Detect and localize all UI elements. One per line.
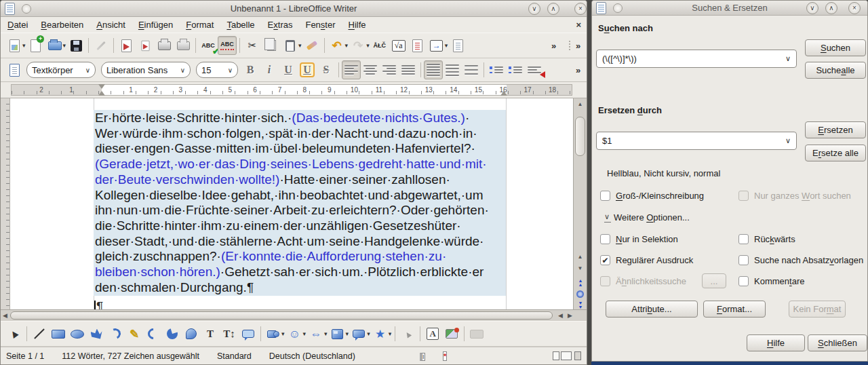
dialog-shade-button[interactable]: ∨ xyxy=(806,2,818,14)
text-box-icon[interactable]: T xyxy=(201,324,220,343)
replace-button[interactable]: Ersetzen xyxy=(805,121,866,138)
symbol-shapes-icon[interactable]: ☺ xyxy=(285,324,304,343)
page-number-status[interactable]: Seite 1 / 1 xyxy=(6,351,44,361)
redo-icon[interactable]: ↷ xyxy=(349,36,368,55)
cut-icon[interactable]: ✂ xyxy=(243,36,262,55)
find-replace-icon[interactable] xyxy=(408,36,427,55)
dialog-maximize-button[interactable]: ∧ xyxy=(825,2,837,14)
double-underline-button[interactable]: U xyxy=(298,60,317,79)
scroll-right-icon[interactable]: ▶ xyxy=(568,311,572,321)
print-preview-icon[interactable] xyxy=(174,36,193,55)
first-line-indent-marker[interactable] xyxy=(98,84,105,89)
close-button[interactable]: × xyxy=(574,3,587,15)
toolbar-drag-handle[interactable] xyxy=(569,41,570,50)
selection-only-label[interactable]: Nur in Selektion xyxy=(616,234,678,244)
multi-page-view-icon[interactable] xyxy=(559,351,572,362)
styles-preview-icon[interactable] xyxy=(5,60,24,79)
save-icon[interactable] xyxy=(66,36,85,55)
word-count-status[interactable]: 112 Wörter, 727 Zeichen ausgewählt xyxy=(62,351,199,361)
format-button[interactable]: Format... xyxy=(703,301,766,318)
justify-button[interactable] xyxy=(399,60,418,79)
line-spacing-2-button[interactable] xyxy=(462,60,481,79)
comments-label[interactable]: Kommentare xyxy=(754,276,804,286)
fontwork-icon[interactable]: A xyxy=(423,324,442,343)
font-name-select[interactable]: Liberation Sans ∨ xyxy=(101,62,191,78)
menu-fenster[interactable]: Fenster xyxy=(305,20,335,30)
edit-points-icon[interactable]: ▲ xyxy=(398,324,417,343)
pie-icon[interactable] xyxy=(163,324,182,343)
callout-shapes-icon[interactable] xyxy=(349,324,368,343)
copy-icon[interactable] xyxy=(262,36,281,55)
selection-only-checkbox[interactable]: ✔ xyxy=(600,234,610,244)
whole-words-checkbox[interactable]: ✔ xyxy=(738,191,749,201)
export-pdf-direct-icon[interactable] xyxy=(136,36,155,55)
scroll-left-icon[interactable]: ◀ xyxy=(3,311,7,321)
page-style-status[interactable]: Standard xyxy=(217,351,252,361)
next-page-button[interactable]: ▼▼ xyxy=(575,301,586,309)
vertical-ruler[interactable] xyxy=(1,98,10,309)
similarity-checkbox[interactable]: ✔ xyxy=(600,276,610,286)
navigation-button[interactable] xyxy=(576,290,584,298)
language-status[interactable]: Deutsch (Deutschland) xyxy=(269,351,355,361)
bold-button[interactable]: B xyxy=(241,60,260,79)
undo-icon[interactable]: ↶ xyxy=(328,36,347,55)
line-icon[interactable] xyxy=(30,324,49,343)
spelling-icon[interactable]: ABC xyxy=(199,36,218,55)
curve-icon[interactable] xyxy=(106,324,125,343)
flowchart-icon[interactable] xyxy=(328,324,347,343)
new-blank-document-icon[interactable] xyxy=(26,36,45,55)
book-view-icon[interactable] xyxy=(572,351,581,362)
arc-icon[interactable] xyxy=(144,324,163,343)
menu-tabelle[interactable]: Tabelle xyxy=(226,20,254,30)
replace-all-button[interactable]: Ersetze alle xyxy=(805,145,866,161)
freeform-line-icon[interactable]: ✎ xyxy=(125,324,144,343)
decrease-indent-button[interactable] xyxy=(525,60,544,79)
close-document-icon[interactable]: × xyxy=(576,20,581,30)
horizontal-scroll-thumb[interactable] xyxy=(10,311,553,320)
regex-checkbox[interactable]: ✔ xyxy=(600,255,610,265)
special-character-icon[interactable]: ÅŁČ xyxy=(370,36,389,55)
formula-icon[interactable]: √a xyxy=(389,36,408,55)
backwards-label[interactable]: Rückwärts xyxy=(754,234,795,244)
scroll-down-icon[interactable]: ▼ xyxy=(574,263,586,273)
similarity-settings-button[interactable]: ... xyxy=(702,273,726,288)
auto-spellcheck-icon[interactable]: ABC xyxy=(218,36,237,55)
clone-formatting-icon[interactable] xyxy=(302,36,321,55)
vertical-text-icon[interactable]: T↕ xyxy=(220,324,239,343)
align-left-button[interactable] xyxy=(342,60,361,79)
regex-label[interactable]: Regulärer Ausdruck xyxy=(616,255,693,265)
horizontal-ruler[interactable]: 21123456789101112131415161718 xyxy=(11,84,572,96)
selection-mode-icon[interactable]: I xyxy=(420,351,425,361)
ordered-list-button[interactable] xyxy=(487,60,506,79)
toolbar-overflow-icon[interactable]: » xyxy=(576,41,580,51)
strikethrough-button[interactable]: S xyxy=(317,60,336,79)
font-size-select[interactable]: 15 ∨ xyxy=(196,62,238,78)
block-arrows-icon[interactable]: ⇔ xyxy=(307,324,326,343)
italic-button[interactable]: i xyxy=(260,60,279,79)
document-modified-icon[interactable]: * xyxy=(443,351,447,361)
toolbar-overflow-icon[interactable]: » xyxy=(551,41,556,51)
scroll-left-icon[interactable]: ◀ xyxy=(558,311,563,321)
vertical-scroll-thumb[interactable] xyxy=(575,117,585,156)
chevron-down-icon[interactable]: ∨ xyxy=(785,136,791,145)
line-spacing-1-button[interactable] xyxy=(424,60,443,79)
replace-input[interactable]: $1 ∨ xyxy=(596,132,797,150)
menu-format[interactable]: Format xyxy=(186,20,214,30)
more-options-expander[interactable]: ∨ Weitere Optionen... xyxy=(604,212,690,223)
extrusion-toggle-icon[interactable] xyxy=(467,324,486,343)
ellipse-icon[interactable] xyxy=(68,324,87,343)
paste-icon[interactable] xyxy=(281,36,300,55)
menu-ansicht[interactable]: Ansicht xyxy=(96,20,125,30)
align-right-button[interactable] xyxy=(380,60,399,79)
menu-datei[interactable]: Datei xyxy=(7,20,28,30)
comments-checkbox[interactable]: ✔ xyxy=(738,276,749,286)
chevron-down-icon[interactable]: ∨ xyxy=(785,54,791,63)
dialog-close-button[interactable]: × xyxy=(848,2,861,14)
menu-bearbeiten[interactable]: Bearbeiten xyxy=(41,20,83,30)
line-spacing-15-button[interactable] xyxy=(443,60,462,79)
search-button[interactable]: Suchen xyxy=(805,39,866,56)
help-button[interactable]: Hilfe xyxy=(747,334,805,351)
basic-shapes-icon[interactable] xyxy=(264,324,283,343)
select-icon[interactable]: ▲ xyxy=(5,324,24,343)
document-text[interactable]: Er·hörte·leise·Schritte·hinter·sich.·(Da… xyxy=(95,111,489,295)
